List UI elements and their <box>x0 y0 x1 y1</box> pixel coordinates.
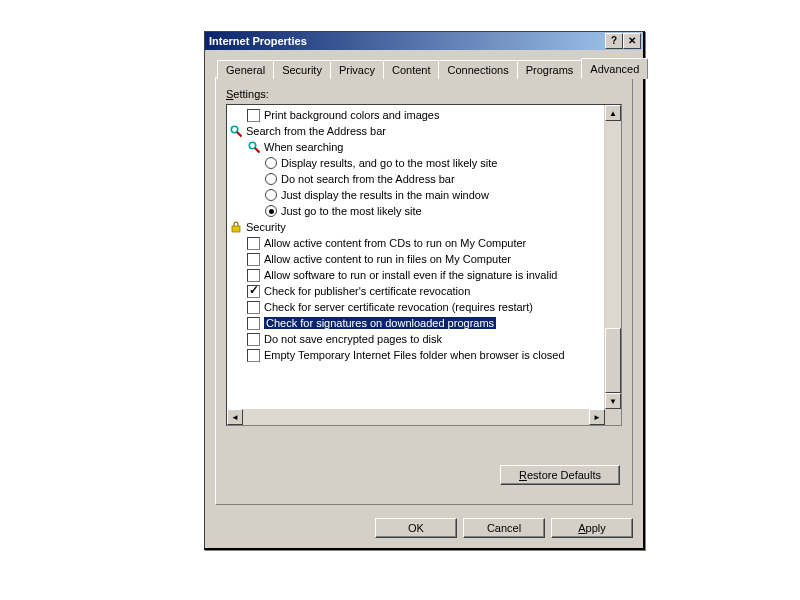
search-subcat-icon <box>247 140 261 154</box>
settings-label: Settings: <box>226 88 622 100</box>
svg-line-3 <box>255 148 260 153</box>
radio[interactable] <box>265 157 277 169</box>
window-title: Internet Properties <box>207 35 605 47</box>
tab-programs[interactable]: Programs <box>517 60 583 79</box>
tree-item-label: Allow active content from CDs to run on … <box>264 237 526 249</box>
tree-item-label: Empty Temporary Internet Files folder wh… <box>264 349 565 361</box>
restore-defaults-container: Restore Defaults <box>500 465 620 488</box>
tree-row[interactable]: Allow active content to run in files on … <box>229 251 605 267</box>
tree-item-label: Check for server certificate revocation … <box>264 301 533 313</box>
tree-row[interactable]: Just display the results in the main win… <box>229 187 605 203</box>
tree-item-label: When searching <box>264 141 344 153</box>
checkbox[interactable] <box>247 317 260 330</box>
tree-row[interactable]: When searching <box>229 139 605 155</box>
apply-button[interactable]: Apply <box>551 518 633 538</box>
svg-point-2 <box>249 142 255 148</box>
tree-row[interactable]: Security <box>229 219 605 235</box>
svg-rect-4 <box>232 226 240 232</box>
titlebar-buttons: ? ✕ <box>605 33 641 49</box>
help-button[interactable]: ? <box>605 33 623 49</box>
tree-row[interactable]: Display results, and go to the most like… <box>229 155 605 171</box>
lock-icon <box>229 220 243 234</box>
tree-row[interactable]: Allow software to run or install even if… <box>229 267 605 283</box>
tree-item-label: Display results, and go to the most like… <box>281 157 497 169</box>
svg-point-0 <box>231 126 237 132</box>
checkbox[interactable] <box>247 349 260 362</box>
vertical-scrollbar[interactable]: ▲ ▼ <box>604 105 621 409</box>
radio[interactable] <box>265 205 277 217</box>
tree-row[interactable]: Just go to the most likely site <box>229 203 605 219</box>
checkbox[interactable] <box>247 109 260 122</box>
tree-row[interactable]: Search from the Address bar <box>229 123 605 139</box>
tree-row[interactable]: Print background colors and images <box>229 107 605 123</box>
checkbox[interactable] <box>247 301 260 314</box>
scroll-left-button[interactable]: ◄ <box>227 409 243 425</box>
tab-content[interactable]: Content <box>383 60 440 79</box>
tree-item-label: Allow active content to run in files on … <box>264 253 511 265</box>
tab-connections[interactable]: Connections <box>438 60 517 79</box>
cancel-button[interactable]: Cancel <box>463 518 545 538</box>
scroll-up-button[interactable]: ▲ <box>605 105 621 121</box>
tree-item-label: Just go to the most likely site <box>281 205 422 217</box>
tree-item-label: Search from the Address bar <box>246 125 386 137</box>
checkbox[interactable] <box>247 237 260 250</box>
tree-item-label: Check for publisher's certificate revoca… <box>264 285 470 297</box>
checkbox[interactable] <box>247 285 260 298</box>
checkbox[interactable] <box>247 253 260 266</box>
scroll-right-button[interactable]: ► <box>589 409 605 425</box>
internet-properties-dialog: Internet Properties ? ✕ GeneralSecurityP… <box>204 31 645 550</box>
advanced-panel: Settings: Print background colors and im… <box>215 77 633 505</box>
settings-tree: Print background colors and imagesSearch… <box>226 104 622 426</box>
tree-row[interactable]: Check for signatures on downloaded progr… <box>229 315 605 331</box>
close-button[interactable]: ✕ <box>623 33 641 49</box>
tree-item-label: Do not save encrypted pages to disk <box>264 333 442 345</box>
tree-item-label: Security <box>246 221 286 233</box>
tree-item-label: Allow software to run or install even if… <box>264 269 557 281</box>
radio[interactable] <box>265 173 277 185</box>
tree-row[interactable]: Do not search from the Address bar <box>229 171 605 187</box>
scroll-thumb[interactable] <box>605 328 621 393</box>
tree-item-label: Print background colors and images <box>264 109 439 121</box>
tree-item-label: Check for signatures on downloaded progr… <box>264 317 496 329</box>
svg-line-1 <box>237 132 242 137</box>
tree-item-label: Do not search from the Address bar <box>281 173 455 185</box>
ok-button[interactable]: OK <box>375 518 457 538</box>
tree-row[interactable]: Check for publisher's certificate revoca… <box>229 283 605 299</box>
tab-advanced[interactable]: Advanced <box>581 58 648 79</box>
horizontal-scrollbar[interactable]: ◄ ► <box>227 409 605 425</box>
radio[interactable] <box>265 189 277 201</box>
tree-row[interactable]: Check for server certificate revocation … <box>229 299 605 315</box>
scroll-down-button[interactable]: ▼ <box>605 393 621 409</box>
search-category-icon <box>229 124 243 138</box>
tab-security[interactable]: Security <box>273 60 331 79</box>
checkbox[interactable] <box>247 269 260 282</box>
tab-privacy[interactable]: Privacy <box>330 60 384 79</box>
settings-tree-viewport[interactable]: Print background colors and imagesSearch… <box>227 105 605 409</box>
checkbox[interactable] <box>247 333 260 346</box>
dialog-footer: OK Cancel Apply <box>205 515 643 548</box>
tree-row[interactable]: Allow active content from CDs to run on … <box>229 235 605 251</box>
tree-row[interactable]: Do not save encrypted pages to disk <box>229 331 605 347</box>
tree-row[interactable]: Empty Temporary Internet Files folder wh… <box>229 347 605 363</box>
restore-defaults-button[interactable]: Restore Defaults <box>500 465 620 485</box>
scroll-corner <box>605 409 621 425</box>
tab-general[interactable]: General <box>217 60 274 79</box>
titlebar[interactable]: Internet Properties ? ✕ <box>205 32 643 50</box>
tree-item-label: Just display the results in the main win… <box>281 189 489 201</box>
tab-strip: GeneralSecurityPrivacyContentConnections… <box>215 60 633 79</box>
